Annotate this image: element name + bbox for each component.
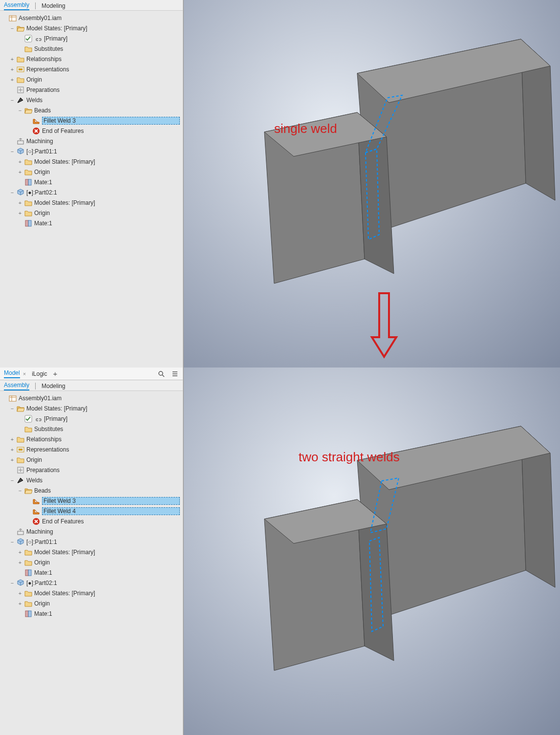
expand-icon[interactable]: +: [17, 199, 23, 206]
tree-relationships[interactable]: +Relationships: [0, 434, 183, 444]
expand-icon[interactable]: −: [9, 189, 16, 196]
svg-point-17: [159, 371, 163, 375]
3d-viewport[interactable]: single weld: [183, 0, 560, 368]
tab-modeling[interactable]: Modeling: [42, 2, 65, 10]
tab-assembly[interactable]: Assembly: [4, 382, 29, 390]
assembly-icon: [9, 394, 17, 402]
tree-welds[interactable]: −Welds: [0, 475, 183, 485]
folder-open-icon: [24, 487, 32, 495]
tree-label: Origin: [26, 456, 180, 463]
tree-representations[interactable]: +Representations: [0, 444, 183, 454]
tree-part02[interactable]: −[●]:Part02:1: [0, 187, 183, 197]
tree-welds[interactable]: −Welds: [0, 95, 183, 105]
expand-icon[interactable]: +: [9, 436, 16, 443]
browser-tab-ilogic[interactable]: iLogic: [32, 370, 47, 377]
tree-representations[interactable]: +Representations: [0, 64, 183, 74]
arrow-annotation: [369, 291, 399, 359]
tree-fillet-weld-3[interactable]: Fillet Weld 3: [0, 496, 183, 506]
tree-origin[interactable]: +Origin: [0, 454, 183, 465]
tree-p2-origin[interactable]: +Origin: [0, 598, 183, 608]
expand-icon[interactable]: −: [9, 539, 16, 545]
expand-icon[interactable]: +: [17, 549, 23, 556]
expand-icon[interactable]: −: [9, 405, 16, 412]
tree-p2-model-states[interactable]: +Model States: [Primary]: [0, 588, 183, 598]
add-tab-icon[interactable]: +: [53, 369, 57, 378]
menu-icon[interactable]: [171, 370, 179, 378]
folder-icon: [17, 76, 24, 84]
tree-p1-origin[interactable]: +Origin: [0, 557, 183, 567]
tree-relationships[interactable]: +Relationships: [0, 54, 183, 64]
expand-icon[interactable]: −: [17, 487, 23, 494]
tree-beads[interactable]: −Beads: [0, 105, 183, 115]
expand-icon[interactable]: +: [9, 446, 16, 453]
expand-icon[interactable]: +: [17, 600, 23, 607]
folder-open-icon: [17, 24, 24, 32]
tree-p2-origin[interactable]: +Origin: [0, 208, 183, 218]
expand-icon[interactable]: +: [17, 210, 23, 216]
tree-preparations[interactable]: Preparations: [0, 85, 183, 95]
tree-label: [Primary]: [44, 415, 180, 422]
expand-icon[interactable]: +: [9, 56, 16, 63]
tree-model-states[interactable]: −Model States: [Primary]: [0, 23, 183, 33]
tree-part02[interactable]: −[●]:Part02:1: [0, 578, 183, 588]
tree-p2-model-states[interactable]: +Model States: [Primary]: [0, 197, 183, 208]
tree-substitutes[interactable]: Substitutes: [0, 424, 183, 434]
browser-tab-model[interactable]: Model: [4, 369, 20, 378]
tree-part01[interactable]: −[○]:Part01:1: [0, 146, 183, 156]
tree-origin[interactable]: +Origin: [0, 74, 183, 85]
part01-geometry: [264, 112, 394, 283]
tab-modeling[interactable]: Modeling: [42, 383, 65, 390]
expand-icon[interactable]: +: [17, 158, 23, 165]
expand-icon[interactable]: +: [17, 169, 23, 175]
fillet-icon: [32, 117, 40, 125]
tree-substitutes[interactable]: Substitutes: [0, 43, 183, 54]
tree-label: Beads: [34, 487, 180, 494]
tree-label: [○]:Part01:1: [26, 148, 180, 155]
expand-icon[interactable]: +: [9, 456, 16, 463]
expand-icon[interactable]: −: [9, 97, 16, 104]
tree-label: Model States: [Primary]: [26, 405, 180, 412]
3d-viewport[interactable]: two straight welds: [183, 368, 560, 735]
folder-open-icon: [17, 405, 24, 412]
tree-machining[interactable]: Machining: [0, 526, 183, 537]
expand-icon[interactable]: −: [9, 580, 16, 586]
tree-primary-state[interactable]: [Primary]: [0, 33, 183, 43]
folder-icon: [24, 589, 32, 597]
tree-preparations[interactable]: Preparations: [0, 465, 183, 475]
tree-p2-mate[interactable]: Mate:1: [0, 218, 183, 228]
tree-fillet-weld-3[interactable]: Fillet Weld 3: [0, 115, 183, 126]
tree-label: End of Features: [42, 518, 180, 525]
tree-model-states[interactable]: −Model States: [Primary]: [0, 403, 183, 413]
root-label: Assembly01.iam: [19, 15, 180, 22]
link-icon: [34, 415, 42, 423]
tree-fillet-weld-4[interactable]: Fillet Weld 4: [0, 506, 183, 516]
tree-p1-origin[interactable]: +Origin: [0, 167, 183, 177]
tree-p1-mate[interactable]: Mate:1: [0, 567, 183, 578]
expand-icon[interactable]: +: [9, 76, 16, 83]
tree-end-of-features[interactable]: End of Features: [0, 126, 183, 136]
expand-icon[interactable]: −: [9, 148, 16, 155]
tree-machining[interactable]: Machining: [0, 136, 183, 146]
tree-p1-model-states[interactable]: +Model States: [Primary]: [0, 547, 183, 557]
tree-part01[interactable]: −[○]:Part01:1: [0, 537, 183, 547]
expand-icon[interactable]: −: [9, 25, 16, 32]
tree-end-of-features[interactable]: End of Features: [0, 516, 183, 526]
tree-label: Model States: [Primary]: [34, 590, 180, 597]
tree-label: Substitutes: [34, 45, 180, 52]
tree-root[interactable]: -Assembly01.iam: [0, 393, 183, 403]
expand-icon[interactable]: +: [17, 559, 23, 566]
tab-assembly[interactable]: Assembly: [4, 1, 29, 10]
search-icon[interactable]: [157, 370, 165, 378]
tree-p1-model-states[interactable]: +Model States: [Primary]: [0, 156, 183, 167]
expand-icon[interactable]: −: [9, 477, 16, 484]
expand-icon[interactable]: +: [9, 66, 16, 73]
tree-beads[interactable]: −Beads: [0, 485, 183, 496]
expand-icon[interactable]: −: [17, 107, 23, 114]
tree-p1-mate[interactable]: Mate:1: [0, 177, 183, 187]
close-icon[interactable]: ×: [23, 371, 26, 377]
expand-icon[interactable]: +: [17, 590, 23, 597]
tree-root[interactable]: -Assembly01.iam: [0, 13, 183, 23]
tree-p2-mate[interactable]: Mate:1: [0, 608, 183, 619]
tree-primary-state[interactable]: [Primary]: [0, 413, 183, 424]
link-icon: [34, 35, 42, 43]
